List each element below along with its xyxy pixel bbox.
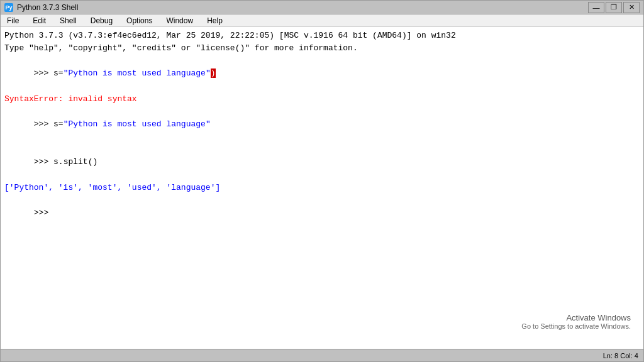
prompt-1: >>>	[34, 69, 53, 78]
activate-windows-watermark: Activate Windows Go to Settings to activ…	[521, 313, 631, 330]
title-bar: Py Python 3.7.3 Shell — ❐ ✕	[1, 1, 643, 14]
menu-options[interactable]: Options	[123, 16, 156, 26]
shell-line-6: >>>	[4, 194, 640, 232]
shell-result-line: ['Python', 'is', 'most', 'used', 'langua…	[4, 182, 640, 194]
prompt-4: >>>	[34, 157, 53, 167]
prompt-3: >>>	[34, 119, 53, 129]
activate-subtitle: Go to Settings to activate Windows.	[521, 322, 631, 330]
maximize-button[interactable]: ❐	[606, 2, 622, 13]
python-icon: Py	[4, 3, 13, 12]
line3-string: "Python is most used language"	[64, 119, 211, 129]
menu-help[interactable]: Help	[203, 16, 226, 26]
shell-area[interactable]: Python 3.7.3 (v3.7.3:ef4ec6ed12, Mar 25 …	[1, 27, 643, 349]
line1-assign: s=	[53, 69, 64, 78]
line1-string: "Python is most used language"	[64, 69, 211, 78]
shell-error-line: SyntaxError: invalid syntax	[4, 93, 640, 106]
shell-line-3: >>> s="Python is most used language"	[4, 106, 640, 143]
menu-edit[interactable]: Edit	[29, 16, 50, 26]
window: Py Python 3.7.3 Shell — ❐ ✕ File Edit Sh…	[0, 0, 644, 362]
status-bar: Ln: 8 Col: 4	[1, 349, 643, 361]
menu-file[interactable]: File	[3, 16, 23, 26]
prompt-6: >>>	[34, 208, 48, 217]
title-bar-left: Py Python 3.7.3 Shell	[4, 3, 78, 12]
menu-bar: File Edit Shell Debug Options Window Hel…	[1, 14, 643, 27]
close-button[interactable]: ✕	[623, 2, 640, 13]
menu-window[interactable]: Window	[162, 16, 197, 26]
header-line-2: Type "help", "copyright", "credits" or "…	[4, 42, 640, 55]
title-controls: — ❐ ✕	[588, 2, 640, 13]
minimize-button[interactable]: —	[588, 2, 604, 13]
line1-highlight: )	[211, 69, 216, 78]
line3-assign: s=	[53, 119, 64, 129]
header-line-1: Python 3.7.3 (v3.7.3:ef4ec6ed12, Mar 25 …	[4, 30, 640, 42]
shell-line-4: >>> s.split()	[4, 143, 640, 181]
shell-line-1: >>> s="Python is most used language")	[4, 55, 640, 92]
status-right: Ln: 8 Col: 4	[603, 352, 638, 359]
line4-code: s.split()	[53, 157, 97, 167]
menu-shell[interactable]: Shell	[56, 16, 80, 26]
window-title: Python 3.7.3 Shell	[17, 3, 78, 12]
menu-debug[interactable]: Debug	[87, 16, 116, 26]
activate-title: Activate Windows	[521, 313, 631, 322]
